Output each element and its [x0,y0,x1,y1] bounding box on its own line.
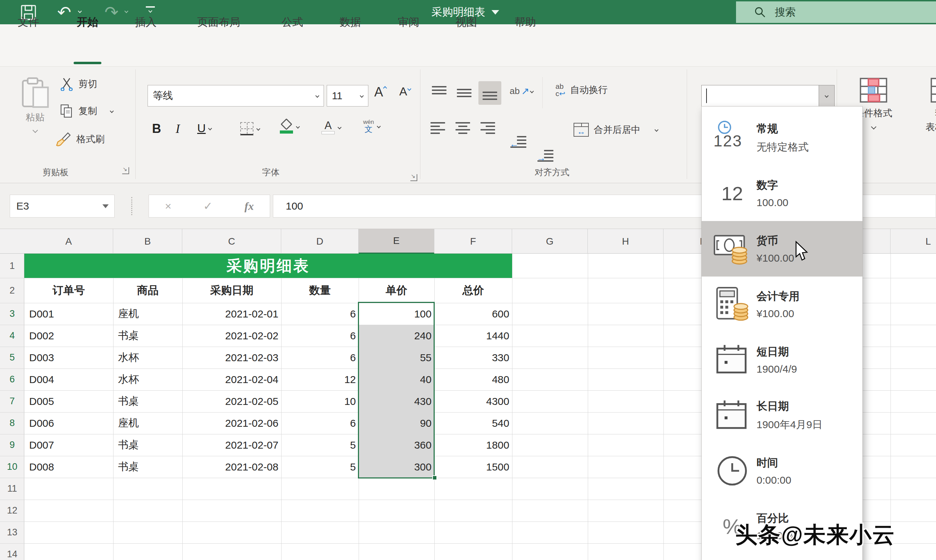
table-cell[interactable]: 2021-02-03 [182,347,281,368]
row-header[interactable]: 10 [0,456,24,478]
row-header[interactable]: 5 [0,347,24,368]
fill-color-button[interactable] [280,119,299,134]
row-header[interactable]: 4 [0,325,24,347]
table-cell[interactable]: 1440 [434,325,512,347]
bottom-align-button[interactable] [478,81,501,105]
table-cell[interactable]: 2021-02-02 [182,325,281,347]
column-header-A[interactable]: A [24,229,113,254]
font-name-combo[interactable]: 等线 [148,85,324,106]
table-cell[interactable]: 书桌 [113,390,182,412]
tab-file[interactable]: 文件 [12,12,45,32]
table-cell[interactable]: 水杯 [113,368,182,390]
column-header-G[interactable]: G [512,229,588,254]
column-header-H[interactable]: H [588,229,663,254]
font-dialog-launcher[interactable]: ↘ [410,174,417,181]
menu-item-long-date[interactable]: 长日期1900年4月9日 [702,388,862,443]
align-right-button[interactable] [481,122,495,136]
table-cell[interactable]: 水杯 [113,347,182,368]
tab-view[interactable]: 视图 [450,12,482,32]
row-header[interactable]: 1 [0,254,24,278]
table-cell[interactable]: D002 [24,325,113,347]
table-cell[interactable]: 2021-02-04 [182,368,281,390]
menu-item-accounting[interactable]: 会计专用¥100.00 [702,277,862,332]
bold-button[interactable]: B [152,122,161,136]
table-cell[interactable]: 座机 [113,303,182,325]
table-header-cell[interactable]: 数量 [281,278,359,303]
table-cell[interactable]: 书桌 [113,456,182,478]
increase-indent-button[interactable]: → [537,150,554,164]
table-cell[interactable]: 5 [281,434,359,456]
table-cell[interactable]: D005 [24,390,113,412]
name-box-dropdown-icon[interactable] [102,205,109,208]
table-cell[interactable]: 2021-02-08 [182,456,281,478]
enter-icon[interactable]: ✓ [204,200,213,213]
table-cell[interactable]: D006 [24,412,113,434]
table-cell[interactable]: 6 [281,325,359,347]
row-header[interactable]: 6 [0,368,24,390]
table-header-cell[interactable]: 采购日期 [182,278,281,303]
menu-item-general[interactable]: 123 常规无特定格式 [702,110,862,166]
table-cell[interactable]: D001 [24,303,113,325]
table-cell[interactable]: D003 [24,347,113,368]
table-cell[interactable]: 2021-02-05 [182,390,281,412]
table-cell[interactable]: D007 [24,434,113,456]
align-left-button[interactable] [430,122,445,136]
table-cell[interactable]: 书桌 [113,325,182,347]
menu-item-time[interactable]: 时间0:00:00 [702,443,862,498]
table-cell[interactable]: 座机 [113,412,182,434]
table-cell[interactable]: 1800 [434,434,512,456]
menu-item-number[interactable]: 12 数字100.00 [702,166,862,221]
column-header-L[interactable]: L [891,229,936,254]
clipboard-dialog-launcher[interactable]: ↘ [122,167,129,174]
underline-button[interactable]: U [197,122,211,135]
row-header[interactable]: 3 [0,303,24,325]
row-header[interactable]: 12 [0,500,24,522]
merge-center-button[interactable]: ↔ 合并后居中 [574,123,658,137]
table-cell[interactable]: 2021-02-01 [182,303,281,325]
table-cell[interactable]: 6 [281,412,359,434]
row-header[interactable]: 14 [0,543,24,560]
table-cell[interactable]: 2021-02-06 [182,412,281,434]
insert-function-icon[interactable]: fx [244,200,254,213]
tab-formulas[interactable]: 公式 [276,12,308,32]
font-color-button[interactable]: A [321,120,341,134]
table-header-cell[interactable]: 总价 [434,278,512,303]
table-cell[interactable]: 6 [281,347,359,368]
table-cell[interactable]: 1500 [434,456,512,478]
paste-button[interactable]: 粘贴 [12,76,58,132]
italic-button[interactable]: I [176,122,180,136]
number-format-combo[interactable] [701,85,835,106]
formula-bar-separator[interactable] [131,197,132,215]
table-header-cell[interactable]: 订单号 [24,278,113,303]
redo-dropdown[interactable] [125,10,128,12]
borders-button[interactable] [240,122,260,135]
undo-dropdown[interactable] [79,10,81,12]
search-input[interactable]: 搜索 [736,2,936,23]
copy-button[interactable]: 复制 [60,104,113,118]
name-box[interactable]: E3 [10,195,114,217]
table-cell[interactable]: 10 [281,390,359,412]
table-header-cell[interactable]: 单价 [359,278,434,303]
tab-insert[interactable]: 插入 [130,12,162,32]
table-cell[interactable]: D004 [24,368,113,390]
table-cell[interactable]: 5 [281,456,359,478]
tab-page-layout[interactable]: 页面布局 [192,12,246,32]
number-format-dropdown-button[interactable] [819,85,835,106]
decrease-font-button[interactable]: A [399,85,411,98]
orientation-button[interactable]: ab↗ [510,85,533,97]
table-cell[interactable]: 书桌 [113,434,182,456]
wrap-text-button[interactable]: abc↩ 自动换行 [555,83,608,97]
tab-review[interactable]: 审阅 [393,12,425,32]
column-header-B[interactable]: B [113,229,182,254]
table-header-cell[interactable]: 商品 [113,278,182,303]
table-cell[interactable]: 540 [434,412,512,434]
table-cell[interactable]: 12 [281,368,359,390]
middle-align-button[interactable] [457,86,472,100]
format-as-table-button[interactable]: 套用 表格格式 [910,77,936,133]
table-cell[interactable]: 6 [281,303,359,325]
format-painter-button[interactable]: 格式刷 [56,131,105,147]
table-cell[interactable]: D008 [24,456,113,478]
column-header-E[interactable]: E [359,229,434,254]
font-size-combo[interactable]: 11 [327,85,369,106]
customize-qat-button[interactable] [146,6,155,12]
